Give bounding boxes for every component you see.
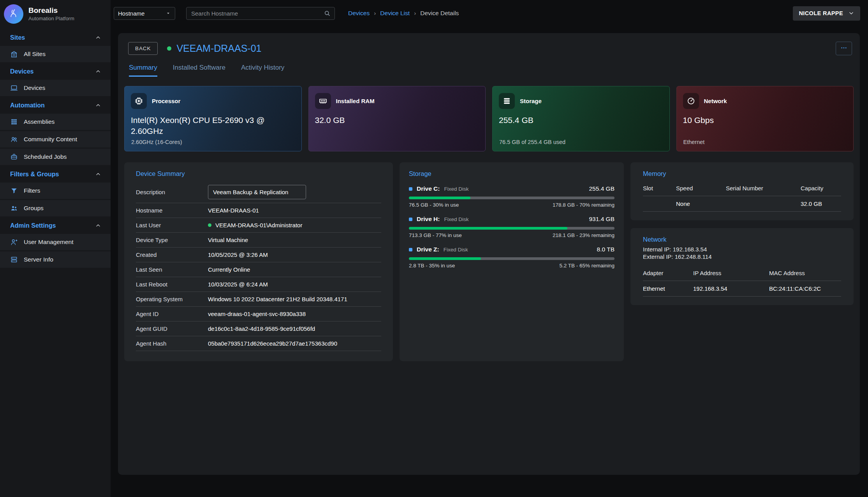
summary-row-created: Created 10/05/2025 @ 3:26 AM	[136, 248, 381, 262]
summary-row-last-reboot: Last Reboot 10/03/2025 @ 6:24 AM	[136, 277, 381, 292]
sidebar-item-server-info[interactable]: Server Info	[0, 251, 111, 268]
device-summary-title: Device Summary	[136, 170, 381, 177]
drive-z: Drive Z: Fixed Disk 8.0 TB 2.8 TB - 35% …	[409, 246, 614, 269]
storage-panel: Storage Drive C: Fixed Disk 255.4 GB 76.…	[400, 162, 624, 361]
internal-ip-line: Internal IP: 192.168.3.54	[643, 246, 841, 253]
hostname-filter-select[interactable]: Hostname	[114, 7, 175, 20]
sidebar-item-community-content[interactable]: Community Content	[0, 131, 111, 148]
summary-row-hostname: Hostname VEEAM-DRAAS-01	[136, 203, 381, 218]
page-title: VEEAM-DRAAS-01	[176, 43, 261, 54]
network-value: 10 Gbps	[683, 115, 847, 126]
search-icon	[324, 10, 331, 17]
storage-panel-title: Storage	[409, 170, 614, 177]
search-box	[186, 7, 335, 20]
search-input[interactable]	[187, 10, 335, 17]
memory-table-header: Slot Speed Serial Number Capacity	[643, 181, 841, 196]
sidebar-section-devices[interactable]: Devices	[0, 63, 111, 80]
memory-panel-title: Memory	[643, 170, 841, 177]
summary-row-agent-id: Agent ID veeam-draas-01-agent-svc-8930a3…	[136, 307, 381, 321]
brand-home-link[interactable]: Borealis Automation Platform	[0, 0, 111, 30]
breadcrumb-separator: ›	[414, 10, 416, 17]
groups-icon	[10, 204, 18, 212]
drive-h-usage-bar	[409, 227, 614, 230]
disks-icon	[499, 93, 515, 109]
summary-row-last-seen: Last Seen Currently Online	[136, 262, 381, 277]
summary-row-operating-system: Operating System Windows 10 2022 Datacen…	[136, 292, 381, 307]
user-menu-button[interactable]: NICOLE RAPPE	[793, 6, 860, 21]
external-ip-line: External IP: 162.248.8.114	[643, 253, 841, 260]
storage-value: 255.4 GB	[499, 115, 663, 126]
tab-summary[interactable]: Summary	[129, 64, 157, 77]
network-panel: Network Internal IP: 192.168.3.54 Extern…	[630, 228, 854, 305]
ram-icon	[315, 93, 331, 109]
summary-row-device-type: Device Type Virtual Machine	[136, 233, 381, 248]
gauge-icon	[683, 93, 699, 109]
network-card: Network 10 Gbps Ethernet	[676, 86, 854, 151]
borealis-logo-icon	[4, 4, 23, 24]
drive-c: Drive C: Fixed Disk 255.4 GB 76.5 GB - 3…	[409, 185, 614, 208]
chevron-up-icon	[95, 102, 101, 109]
server-icon	[10, 256, 18, 263]
sidebar-item-scheduled-jobs[interactable]: Scheduled Jobs	[0, 149, 111, 165]
sidebar-section-sites[interactable]: Sites	[0, 30, 111, 46]
chevron-down-icon	[848, 10, 854, 16]
sidebar-item-devices[interactable]: Devices	[0, 80, 111, 96]
drive-bullet-icon	[409, 187, 412, 191]
back-button[interactable]: BACK	[128, 42, 158, 55]
network-table-header: Adapter IP Address MAC Address	[643, 265, 841, 281]
drive-bullet-icon	[409, 248, 412, 251]
processor-footer: 2.60GHz (16-Cores)	[131, 139, 182, 145]
cpu-icon	[131, 93, 147, 109]
network-panel-title: Network	[643, 236, 841, 243]
processor-value: Intel(R) Xeon(R) CPU E5-2690 v3 @ 2.60GH…	[131, 115, 295, 137]
sidebar-item-assemblies[interactable]: Assemblies	[0, 114, 111, 130]
detail-tabs: Summary Installed Software Activity Hist…	[129, 64, 854, 77]
summary-row-description: Description	[136, 181, 381, 203]
drive-c-usage-bar	[409, 197, 614, 199]
user-name: NICOLE RAPPE	[799, 10, 843, 16]
sidebar-nav: Sites All Sites Devices Devices	[0, 30, 111, 268]
sidebar-item-filters[interactable]: Filters	[0, 183, 111, 199]
sidebar-section-filters-groups[interactable]: Filters & Groups	[0, 166, 111, 183]
online-status-dot	[167, 46, 171, 51]
breadcrumb-devices[interactable]: Devices	[348, 10, 370, 17]
community-icon	[10, 135, 18, 143]
storage-footer: 76.5 GB of 255.4 GB used	[499, 139, 565, 145]
network-table-row: Ethernet 192.168.3.54 BC:24:11:CA:C6:2C	[643, 281, 841, 297]
description-input[interactable]	[208, 185, 306, 199]
sidebar-item-all-sites[interactable]: All Sites	[0, 46, 111, 62]
online-status-dot	[208, 223, 211, 227]
breadcrumb-device-details: Device Details	[420, 10, 459, 17]
stat-cards-row: Processor Intel(R) Xeon(R) CPU E5-2690 v…	[124, 86, 854, 151]
summary-row-last-user: Last User VEEAM-DRAAS-01\Administrator	[136, 218, 381, 233]
drive-h: Drive H: Fixed Disk 931.4 GB 713.3 GB - …	[409, 216, 614, 238]
page-header: BACK VEEAM-DRAAS-01	[128, 42, 852, 55]
user-management-icon	[10, 238, 18, 246]
summary-row-agent-hash: Agent Hash 05ba0e7935171d626ecea29b27d7a…	[136, 336, 381, 351]
device-summary-panel: Device Summary Description Hostname VEEA…	[124, 162, 393, 361]
sidebar-item-user-management[interactable]: User Management	[0, 234, 111, 250]
chevron-up-icon	[95, 35, 101, 41]
brand-name: Borealis	[28, 6, 74, 15]
right-column: Memory Slot Speed Serial Number Capacity…	[630, 162, 854, 361]
brand-subtitle: Automation Platform	[28, 16, 74, 22]
tab-activity-history[interactable]: Activity History	[241, 64, 284, 77]
breadcrumb: Devices › Device List › Device Details	[348, 10, 459, 17]
sidebar-section-admin-settings[interactable]: Admin Settings	[0, 218, 111, 234]
tab-installed-software[interactable]: Installed Software	[173, 64, 225, 77]
more-options-button[interactable]	[836, 42, 852, 55]
devices-icon	[10, 84, 18, 92]
sites-icon	[10, 50, 18, 58]
breadcrumb-device-list[interactable]: Device List	[380, 10, 410, 17]
sidebar-section-automation[interactable]: Automation	[0, 97, 111, 114]
summary-row-agent-guid: Agent GUID de16c0c1-8aa2-4d18-9585-9ce91…	[136, 321, 381, 336]
detail-panels: Device Summary Description Hostname VEEA…	[124, 162, 854, 361]
breadcrumb-separator: ›	[374, 10, 376, 17]
assemblies-icon	[10, 118, 18, 126]
chevron-up-icon	[95, 223, 101, 229]
filter-icon	[10, 187, 18, 195]
memory-table-row: None 32.0 GB	[643, 196, 841, 212]
topbar: Hostname Devices › Device List › Device …	[111, 0, 868, 26]
drive-bullet-icon	[409, 218, 412, 221]
sidebar-item-groups[interactable]: Groups	[0, 200, 111, 216]
